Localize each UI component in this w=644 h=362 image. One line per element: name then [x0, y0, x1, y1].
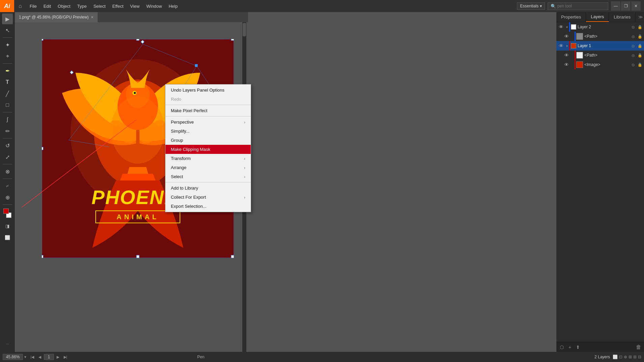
menu-object[interactable]: Object — [54, 0, 74, 12]
zoom-tool-btn[interactable]: ⊕ — [2, 192, 13, 203]
menu-select[interactable]: Select — [90, 0, 109, 12]
ctx-transform[interactable]: Transform › — [165, 154, 251, 163]
pencil-tool-btn[interactable]: ✏ — [2, 126, 13, 136]
layer-row-layer2[interactable]: 👁 ▾ Layer 2 ◎ 🔒 — [556, 22, 644, 32]
layer2-target-btn[interactable]: ◎ — [631, 24, 636, 30]
menu-effect[interactable]: Effect — [109, 0, 127, 12]
zoom-dropdown-btn[interactable]: ▾ — [24, 355, 26, 359]
panel-tab-properties[interactable]: Properties — [556, 12, 586, 22]
ctx-select[interactable]: Select › — [165, 172, 251, 181]
eyedropper-tool-btn[interactable]: ⌿ — [2, 180, 13, 191]
layer-row-image1[interactable]: 👁 <Image> ◎ 🔒 — [556, 60, 644, 69]
workspace-selector[interactable]: Essentials ▾ — [517, 2, 545, 10]
tab-document[interactable]: 1.png* @ 45.86% (RGB/GPU Preview) ✕ — [15, 12, 98, 22]
path1-controls: ◎ 🔒 — [631, 34, 643, 39]
panel-tab-libraries[interactable]: Libraries — [609, 12, 636, 22]
layer1-expand[interactable]: ▾ — [564, 43, 569, 48]
nav-controls: |◀ ◀ ▶ ▶| — [29, 354, 69, 360]
menu-edit[interactable]: Edit — [40, 0, 54, 12]
line-tool-btn[interactable]: ╱ — [2, 88, 13, 99]
selection-tool-btn[interactable]: ▶ — [2, 13, 13, 24]
panel-scroll[interactable]: ≫ — [636, 12, 644, 22]
layer-row-path2[interactable]: 👁 <Path> ◎ 🔒 — [556, 51, 644, 60]
ctx-pixel-perfect[interactable]: Make Pixel Perfect — [165, 106, 251, 115]
move-to-layer-btn[interactable]: ⬆ — [575, 344, 581, 351]
restore-btn[interactable]: ❐ — [621, 1, 631, 11]
add-artboard-icon[interactable]: ⊞ — [633, 355, 637, 359]
layer1-lock-btn[interactable]: 🔒 — [637, 43, 643, 48]
image1-lock-btn[interactable]: 🔒 — [637, 62, 643, 67]
layer1-visibility[interactable]: 👁 — [558, 42, 564, 49]
blend-tool-btn[interactable]: ⊗ — [2, 166, 13, 177]
layout-icon[interactable]: ⊞ — [628, 355, 632, 359]
toolbar-separator-1 — [3, 37, 12, 38]
magic-wand-tool-btn[interactable]: ✦ — [2, 39, 13, 50]
image1-name: <Image> — [584, 62, 631, 67]
layer-row-layer1[interactable]: 👁 ▾ Layer 1 ◎ 🔒 — [556, 41, 644, 51]
ctx-perspective[interactable]: Perspective › — [165, 118, 251, 127]
panel-tabs: Properties Layers Libraries ≫ — [556, 12, 644, 22]
close-btn[interactable]: ✕ — [631, 1, 641, 11]
color-swatches[interactable] — [2, 208, 13, 219]
ctx-group[interactable]: Group — [165, 136, 251, 145]
zoom-in-status-icon[interactable]: ⊕ — [624, 355, 627, 359]
path1-lock-btn[interactable]: 🔒 — [637, 34, 643, 39]
image1-visibility[interactable]: 👁 — [563, 61, 570, 68]
last-page-btn[interactable]: ▶| — [62, 354, 69, 360]
make-sublayer-btn[interactable]: ⬡ — [558, 344, 565, 351]
more-tools-btn[interactable]: ··· — [2, 338, 13, 349]
search-input[interactable] — [557, 4, 601, 8]
prev-page-btn[interactable]: ◀ — [36, 354, 43, 360]
ctx-add-to-library[interactable]: Add to Library — [165, 184, 251, 193]
first-page-btn[interactable]: |◀ — [29, 354, 36, 360]
page-input[interactable] — [44, 354, 54, 360]
layers-count: 2 Layers — [594, 355, 610, 359]
menu-window[interactable]: Window — [143, 0, 165, 12]
path2-visibility[interactable]: 👁 — [563, 52, 570, 59]
menu-type[interactable]: Type — [74, 0, 90, 12]
layer-row-path1[interactable]: 👁 <Path> ◎ 🔒 — [556, 32, 644, 41]
path1-target-btn[interactable]: ◎ — [631, 34, 636, 39]
minimize-btn[interactable]: — — [611, 1, 620, 11]
ctx-simplify[interactable]: Simplify... — [165, 127, 251, 136]
layer2-visibility[interactable]: 👁 — [558, 24, 564, 30]
pen-tool-btn[interactable]: ✒ — [2, 65, 13, 76]
zoom-value[interactable]: 45.86% — [3, 354, 23, 360]
path1-name: <Path> — [584, 34, 631, 39]
layer1-controls: ◎ 🔒 — [631, 43, 643, 48]
artboard-icon[interactable]: ⬜ — [613, 355, 618, 359]
image1-target-btn[interactable]: ◎ — [631, 62, 636, 67]
menu-view[interactable]: View — [127, 0, 143, 12]
paintbrush-tool-btn[interactable]: ∫ — [2, 114, 13, 125]
menu-file[interactable]: File — [26, 0, 40, 12]
fit-page-icon[interactable]: ⊡ — [619, 355, 622, 359]
path2-lock-btn[interactable]: 🔒 — [637, 53, 643, 58]
type-tool-btn[interactable]: T — [2, 77, 13, 88]
ctx-make-clipping-mask[interactable]: Make Clipping Mask — [165, 145, 251, 154]
home-btn[interactable]: ⌂ — [14, 0, 26, 12]
reflect-tool-btn[interactable]: ⤢ — [2, 152, 13, 162]
direct-selection-tool-btn[interactable]: ↖ — [2, 25, 13, 36]
screen-modes-btn[interactable]: ⬜ — [2, 232, 13, 243]
layer2-lock-btn[interactable]: 🔒 — [637, 24, 643, 30]
ctx-arrange[interactable]: Arrange › — [165, 163, 251, 172]
ctx-undo-layers[interactable]: Undo Layers Panel Options — [165, 86, 251, 95]
next-page-btn[interactable]: ▶ — [55, 354, 61, 360]
drawing-modes-btn[interactable]: ◨ — [2, 221, 13, 231]
ctx-collect-for-export[interactable]: Collect For Export › — [165, 193, 251, 202]
menu-help[interactable]: Help — [165, 0, 181, 12]
ctx-export-selection[interactable]: Export Selection... — [165, 202, 251, 211]
layer1-target-btn[interactable]: ◎ — [631, 43, 636, 48]
delete-layer-btn[interactable]: 🗑 — [635, 344, 642, 351]
layer2-expand[interactable]: ▾ — [564, 25, 569, 29]
tab-close-btn[interactable]: ✕ — [91, 15, 94, 20]
create-layer-btn[interactable]: + — [566, 344, 573, 351]
lasso-tool-btn[interactable]: ⌖ — [2, 51, 13, 62]
shape-tool-btn[interactable]: □ — [2, 100, 13, 110]
path1-visibility[interactable]: 👁 — [563, 33, 570, 40]
path2-target-btn[interactable]: ◎ — [631, 53, 636, 58]
panel-tab-layers[interactable]: Layers — [586, 12, 609, 22]
delete-artboard-icon[interactable]: ⊟ — [638, 355, 641, 359]
ctx-arrange-label: Arrange — [171, 165, 186, 170]
rotate-tool-btn[interactable]: ↺ — [2, 140, 13, 151]
